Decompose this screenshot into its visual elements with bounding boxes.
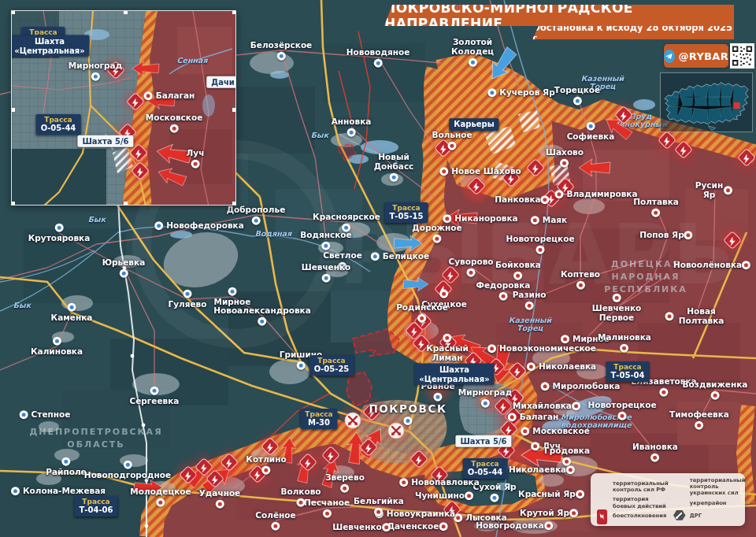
settlement-dot	[572, 402, 580, 411]
legend-item-clashes: боестолкновения	[596, 509, 669, 522]
settlement-dot	[684, 231, 693, 240]
focus-area-marker	[734, 102, 740, 109]
clash-icon	[737, 148, 756, 167]
settlement-label: Полтавка	[633, 198, 679, 217]
settlement-label: Тимофеевка	[669, 410, 729, 430]
road-word: Трасса	[611, 363, 645, 371]
settlement-name: Разино	[513, 291, 547, 300]
settlement-name: Сергеевка	[130, 397, 180, 406]
settlement-dot	[68, 303, 76, 312]
settlement-label: Сергеевка	[130, 387, 180, 406]
water-label: Бык	[311, 131, 328, 139]
settlement-label: Федоровка	[476, 281, 531, 301]
road-label: ТрассаТ-05-04	[606, 361, 650, 382]
settlement-name: Калиновка	[31, 347, 83, 357]
clash-icon	[410, 450, 428, 468]
settlement-dot	[228, 287, 236, 296]
settlement-dot	[525, 301, 534, 309]
settlement-name: Суворово	[449, 257, 494, 267]
clash-icon	[502, 169, 521, 187]
settlement-dot	[527, 363, 536, 372]
settlement-dot	[521, 428, 529, 436]
settlement-dot	[374, 58, 383, 67]
settlement-name: Воздвиженка	[683, 380, 748, 390]
settlement-dot	[271, 521, 280, 530]
settlement-label: Миролюбовка	[541, 382, 621, 391]
settlement-label: Малиновка	[598, 333, 651, 353]
water-label: Миролюбовское водохранилище	[561, 413, 632, 430]
settlement-name: Волково	[280, 487, 321, 497]
road-label: ТрассаО-05-25	[309, 355, 354, 376]
place-callout: Шахта «Центральная»	[414, 364, 494, 385]
settlement-label: Гуляево	[169, 290, 207, 309]
settlement-label: Крутояровка	[28, 224, 91, 243]
settlement-name: Степное	[32, 410, 71, 420]
combat-zone-icon	[596, 497, 609, 509]
settlement-label: Попов Яр	[639, 231, 695, 240]
settlement-name: Даченское	[387, 522, 439, 531]
settlement-name: Светлое	[323, 251, 362, 261]
settlement-dot	[544, 522, 553, 531]
settlement-dot	[11, 487, 20, 496]
settlement-dot	[514, 271, 523, 280]
fortified-line-icon	[673, 497, 686, 509]
settlement-name: Ивановка	[632, 443, 678, 452]
settlement-dot	[711, 391, 720, 399]
settlement-label: Мирное	[214, 287, 251, 307]
settlement-label: Песчаное	[304, 498, 350, 518]
ukraine-overview-minimap	[660, 72, 753, 132]
settlement-dot	[465, 492, 473, 501]
settlement-dot	[154, 222, 163, 231]
settlement-dot	[467, 268, 476, 276]
settlement-dot	[20, 411, 28, 420]
settlement-name: Шахово	[546, 148, 584, 157]
settlement-name: Коптево	[561, 270, 600, 280]
clash-icon	[556, 177, 575, 196]
rybar-brand-badge: @RYBAR	[664, 44, 728, 68]
settlement-dot	[742, 261, 750, 270]
settlement-label: Новоторецкое	[506, 235, 574, 254]
settlement-dot	[91, 72, 99, 80]
settlement-dot	[724, 187, 732, 195]
settlement-dot	[124, 461, 132, 469]
road-label: ТрассаО-05-44	[36, 114, 81, 135]
road-word: Трасса	[305, 410, 332, 418]
war-map-screenshot: РЫБАРЬ БелозёрскоеНововодяноеЗолотой Кол…	[0, 0, 756, 537]
settlement-dot	[536, 245, 544, 254]
settlement-dot	[561, 335, 569, 344]
settlement-name: Красный Яр	[518, 490, 576, 499]
settlement-name: Сухой Яр	[472, 483, 516, 492]
settlement-name: Новая Полтавка	[677, 307, 726, 326]
settlement-name: Федоровка	[476, 281, 531, 291]
settlement-dot	[531, 217, 539, 225]
road-number: О-05-25	[314, 365, 350, 374]
place-callout: Шахта «Центральная»	[11, 35, 90, 57]
road-label: ТрассаТ-04-06	[75, 496, 118, 517]
road-number: О-05-44	[41, 124, 76, 133]
road-word: Трасса	[80, 498, 113, 506]
settlement-label: Даченское	[387, 522, 451, 531]
settlement-name: Чунишино	[415, 491, 465, 501]
settlement-dot	[321, 273, 330, 282]
settlement-dot	[439, 523, 447, 531]
settlement-name: Новоторецкое	[506, 235, 574, 244]
settlement-label: Каменка	[51, 303, 93, 323]
settlement-label: Калиновка	[31, 337, 83, 357]
settlement-name: Каменка	[51, 313, 93, 323]
inset-handle	[232, 10, 236, 14]
map-subtitle-banner: Обстановка к исходу 28 октября 2025 г.	[532, 26, 734, 39]
inset-handle	[11, 202, 15, 206]
settlement-dot	[439, 168, 448, 176]
settlement-label: Новый Донбасс	[374, 153, 414, 182]
settlement-name: Бельгийка	[354, 497, 404, 506]
road-label: ТрассаО-05-44	[463, 458, 508, 479]
settlement-label: Русин Яр	[695, 181, 736, 200]
settlement-label: Разино	[513, 291, 547, 310]
settlement-label: Мирное	[561, 335, 610, 344]
clashes-icon	[596, 509, 609, 521]
settlement-dot	[651, 453, 660, 461]
settlement-name: Московское	[146, 113, 203, 123]
settlement-name: Миролюбовка	[553, 382, 621, 391]
legend-item-ua-control: территориальный контроль украинских сил	[673, 477, 746, 496]
settlement-name: Николаевка	[539, 362, 596, 372]
